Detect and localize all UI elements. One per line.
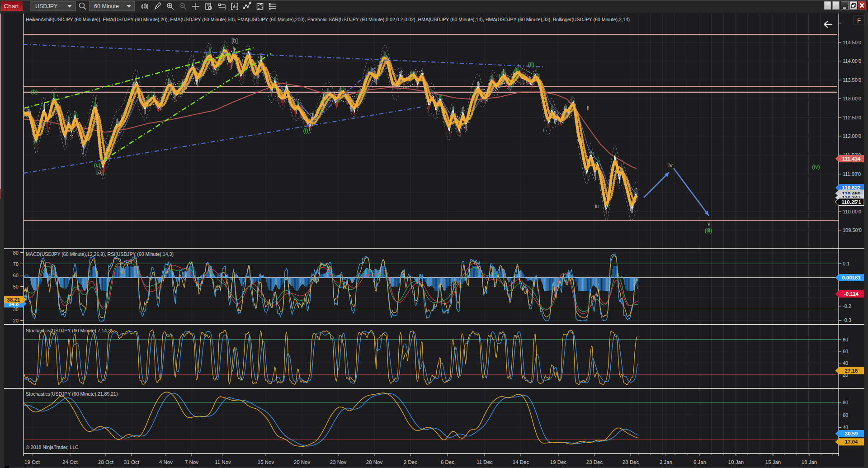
svg-text:i: i (543, 127, 545, 133)
svg-text:109.50'0: 109.50'0 (843, 227, 862, 233)
svg-text:23 Dec: 23 Dec (586, 459, 603, 465)
svg-text:[a]: [a] (96, 169, 103, 175)
svg-text:-0.2: -0.2 (843, 303, 851, 309)
svg-text:60: 60 (843, 412, 848, 418)
svg-text:27.16: 27.16 (845, 368, 858, 373)
svg-text:113.00'0: 113.00'0 (843, 96, 861, 101)
svg-text:© 2018 NinjaTrader, LLC: © 2018 NinjaTrader, LLC (26, 444, 79, 450)
svg-text:60 Minute: 60 Minute (94, 3, 119, 9)
svg-text:111.00'0: 111.00'0 (843, 171, 861, 177)
svg-text:6 Jan: 6 Jan (693, 459, 706, 465)
svg-text:6 Dec: 6 Dec (441, 459, 454, 465)
svg-text:19 Oct: 19 Oct (24, 459, 40, 465)
svg-text:113.50'0: 113.50'0 (843, 77, 861, 83)
svg-text:iv: iv (668, 162, 673, 169)
svg-text:Stochastics(USDJPY (60 Minute): Stochastics(USDJPY (60 Minute),7,14,3) (26, 328, 113, 333)
svg-text:38.21: 38.21 (7, 297, 20, 303)
svg-text:7 Nov: 7 Nov (185, 459, 198, 465)
svg-text:(iii): (iii) (705, 227, 712, 234)
svg-text:2 Jan: 2 Jan (660, 459, 672, 465)
svg-text:4 Nov: 4 Nov (159, 459, 173, 465)
svg-text:28 Nov: 28 Nov (366, 459, 383, 465)
svg-text:112.00'0: 112.00'0 (843, 133, 861, 139)
svg-text:112.50'0: 112.50'0 (843, 115, 861, 120)
svg-text:-0.3: -0.3 (843, 317, 851, 323)
svg-text:(iv): (iv) (812, 164, 820, 170)
svg-text:iii: iii (595, 203, 599, 209)
svg-text:28 Dec: 28 Dec (623, 459, 639, 465)
svg-text:24 Oct: 24 Oct (62, 459, 78, 465)
svg-text:60: 60 (843, 349, 848, 354)
svg-text:15 Jan: 15 Jan (765, 459, 781, 465)
svg-text:31 Oct: 31 Oct (124, 459, 140, 465)
svg-text:110.00'0: 110.00'0 (843, 209, 861, 214)
svg-text:20 Nov: 20 Nov (294, 459, 311, 465)
svg-text:110.622: 110.622 (842, 185, 861, 190)
svg-text:28 Oct: 28 Oct (98, 459, 114, 465)
svg-text:(c): (c) (94, 162, 101, 168)
svg-text:17.04: 17.04 (845, 439, 858, 444)
svg-text:15 Nov: 15 Nov (258, 459, 274, 465)
svg-text:114.00'0: 114.00'0 (843, 58, 861, 64)
svg-text:MACD(USDJPY (60 Minute),12,26,: MACD(USDJPY (60 Minute),12,26,9), RSI(US… (26, 251, 174, 257)
svg-text:23 Nov: 23 Nov (330, 459, 347, 465)
svg-text:11 Nov: 11 Nov (215, 459, 231, 465)
svg-text:20: 20 (13, 318, 19, 323)
svg-text:USDJPY: USDJPY (35, 3, 58, 9)
svg-text:50: 50 (13, 284, 19, 289)
svg-text:19 Dec: 19 Dec (550, 459, 567, 465)
svg-text:80: 80 (843, 400, 848, 405)
svg-text:110.25'1: 110.25'1 (841, 199, 861, 205)
svg-text:v: v (708, 221, 711, 227)
svg-text:10 Jan: 10 Jan (728, 459, 744, 465)
svg-text:70: 70 (13, 261, 19, 267)
svg-text:Stochastics(USDJPY (60 Minute): Stochastics(USDJPY (60 Minute),21,89,21) (26, 391, 118, 397)
svg-text:40: 40 (843, 360, 848, 366)
svg-text:(b): (b) (31, 89, 38, 95)
svg-text:11 Dec: 11 Dec (476, 459, 493, 465)
svg-text:(ii): (ii) (528, 61, 534, 68)
svg-text:(i): (i) (303, 128, 308, 134)
svg-text:30.59: 30.59 (845, 431, 858, 436)
svg-text:14 Dec: 14 Dec (513, 459, 529, 465)
svg-text:0.00181: 0.00181 (842, 275, 861, 280)
svg-text:60: 60 (13, 273, 19, 278)
svg-text:F: F (857, 17, 861, 24)
svg-text:111.414: 111.414 (842, 156, 861, 161)
svg-text:40: 40 (843, 425, 848, 430)
svg-text:-0.114: -0.114 (844, 291, 859, 297)
svg-text:ii: ii (587, 105, 590, 112)
svg-text:114.50'0: 114.50'0 (843, 40, 861, 45)
svg-text:18 Jan: 18 Jan (802, 459, 817, 465)
svg-text:Chart: Chart (4, 3, 19, 9)
svg-text:0.1: 0.1 (843, 261, 849, 266)
svg-text:80: 80 (13, 250, 19, 255)
svg-text:80: 80 (843, 337, 848, 342)
svg-text:2 Dec: 2 Dec (404, 459, 417, 465)
svg-text:[b]: [b] (231, 38, 238, 44)
svg-text:HeikenAshi8(USDJPY (60 Minute): HeikenAshi8(USDJPY (60 Minute)), EMA(USD… (26, 17, 630, 22)
